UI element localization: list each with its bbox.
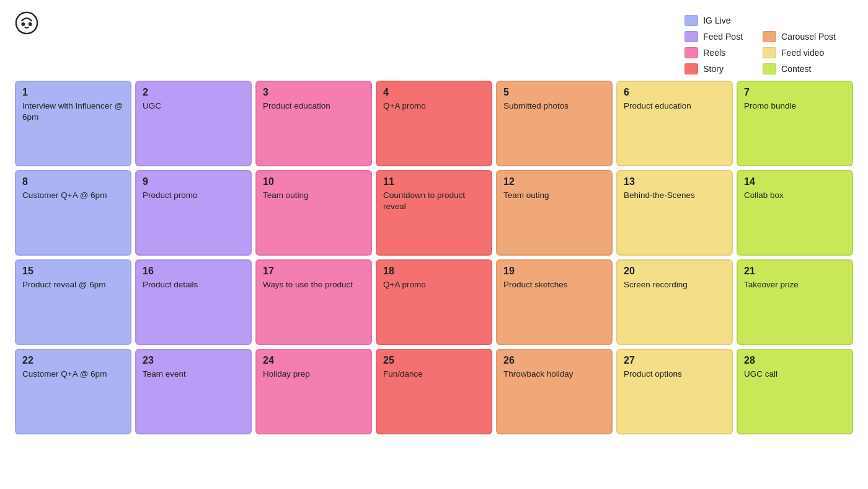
calendar-day-21: 21Takeover prize <box>737 259 853 345</box>
calendar-day-11: 11Countdown to product reveal <box>376 170 492 256</box>
calendar-grid: 1Interview with Influencer @ 6pm2UGC3Pro… <box>15 81 853 434</box>
day-number: 20 <box>624 266 725 277</box>
day-number: 21 <box>744 266 846 277</box>
day-number: 22 <box>22 355 124 366</box>
calendar-day-16: 16Product details <box>135 259 252 345</box>
calendar-day-7: 7Promo bundle <box>737 81 853 166</box>
legend-item-contest: Contest <box>763 63 836 74</box>
day-number: 25 <box>383 355 485 366</box>
day-number: 7 <box>744 87 846 98</box>
day-content: Customer Q+A @ 6pm <box>22 190 124 201</box>
day-content: UGC <box>143 101 244 112</box>
day-number: 24 <box>263 355 365 366</box>
svg-point-0 <box>16 12 37 34</box>
calendar-day-2: 2UGC <box>135 81 252 166</box>
day-number: 23 <box>143 355 244 366</box>
day-content: Countdown to product reveal <box>383 190 485 212</box>
day-number: 15 <box>22 266 124 277</box>
day-content: Team outing <box>263 190 365 201</box>
day-content: Product reveal @ 6pm <box>22 279 124 290</box>
day-content: Submitted photos <box>503 101 605 112</box>
logo-title <box>15 11 43 36</box>
calendar-day-24: 24Holiday prep <box>255 349 372 434</box>
day-content: Q+A promo <box>383 101 485 112</box>
day-content: Customer Q+A @ 6pm <box>22 369 124 380</box>
day-content: Product education <box>263 101 365 112</box>
day-content: UGC call <box>744 369 846 380</box>
day-number: 27 <box>624 355 725 366</box>
calendar-day-22: 22Customer Q+A @ 6pm <box>15 349 131 434</box>
day-content: Screen recording <box>624 279 725 290</box>
calendar-day-28: 28UGC call <box>737 349 853 434</box>
day-content: Promo bundle <box>744 101 846 112</box>
day-content: Q+A promo <box>383 279 485 290</box>
day-content: Holiday prep <box>263 369 365 380</box>
legend-item-reels: Reels <box>684 47 743 58</box>
day-number: 19 <box>503 266 605 277</box>
day-content: Ways to use the product <box>263 279 365 290</box>
calendar-day-8: 8Customer Q+A @ 6pm <box>15 170 131 256</box>
calendar-day-9: 9Product promo <box>135 170 252 256</box>
calendar-day-17: 17Ways to use the product <box>255 259 372 345</box>
calendar-day-4: 4Q+A promo <box>376 81 492 166</box>
day-number: 8 <box>22 176 124 187</box>
calendar-day-19: 19Product sketches <box>496 259 613 345</box>
day-content: Takeover prize <box>744 279 846 290</box>
day-number: 5 <box>503 87 605 98</box>
day-number: 3 <box>263 87 365 98</box>
day-number: 1 <box>22 87 124 98</box>
day-content: Product sketches <box>503 279 605 290</box>
calendar-day-1: 1Interview with Influencer @ 6pm <box>15 81 131 166</box>
calendar-day-12: 12Team outing <box>496 170 613 256</box>
day-number: 10 <box>263 176 365 187</box>
day-number: 28 <box>744 355 846 366</box>
calendar-day-18: 18Q+A promo <box>376 259 492 345</box>
day-number: 26 <box>503 355 605 366</box>
calendar-day-10: 10Team outing <box>255 170 372 256</box>
manychat-logo-icon <box>15 11 38 35</box>
calendar-day-6: 6Product education <box>616 81 733 166</box>
day-content: Product promo <box>143 190 244 201</box>
day-content: Fun/dance <box>383 369 485 380</box>
calendar-day-5: 5Submitted photos <box>496 81 613 166</box>
day-number: 9 <box>143 176 244 187</box>
day-number: 17 <box>263 266 365 277</box>
day-number: 18 <box>383 266 485 277</box>
day-number: 2 <box>143 87 244 98</box>
calendar-day-3: 3Product education <box>255 81 372 166</box>
calendar-day-14: 14Collab box <box>737 170 853 256</box>
day-content: Collab box <box>744 190 846 201</box>
legend: IG LiveFeed PostCarousel PostReelsFeed v… <box>684 11 853 74</box>
calendar-day-23: 23Team event <box>135 349 252 434</box>
calendar-day-20: 20Screen recording <box>616 259 733 345</box>
day-content: Throwback holiday <box>503 369 605 380</box>
day-content: Team event <box>143 369 244 380</box>
day-number: 4 <box>383 87 485 98</box>
day-number: 6 <box>624 87 725 98</box>
calendar-day-27: 27Product options <box>616 349 733 434</box>
day-content: Product education <box>624 101 725 112</box>
day-number: 14 <box>744 176 846 187</box>
calendar-day-15: 15Product reveal @ 6pm <box>15 259 131 345</box>
calendar-day-26: 26Throwback holiday <box>496 349 613 434</box>
day-content: Product options <box>624 369 725 380</box>
day-number: 16 <box>143 266 244 277</box>
logo-row <box>15 11 43 35</box>
calendar-day-13: 13Behind-the-Scenes <box>616 170 733 256</box>
legend-item-story: Story <box>684 63 743 74</box>
legend-item-feed-video: Feed video <box>763 47 836 58</box>
legend-item-feed-post: Feed Post <box>684 31 743 42</box>
header: IG LiveFeed PostCarousel PostReelsFeed v… <box>15 11 853 74</box>
day-content: Interview with Influencer @ 6pm <box>22 101 124 123</box>
day-content: Behind-the-Scenes <box>624 190 725 201</box>
day-number: 11 <box>383 176 485 187</box>
legend-item-carousel: Carousel Post <box>763 31 836 42</box>
day-number: 12 <box>503 176 605 187</box>
day-content: Team outing <box>503 190 605 201</box>
legend-item-ig-live: IG Live <box>684 15 743 26</box>
calendar-day-25: 25Fun/dance <box>376 349 492 434</box>
day-number: 13 <box>624 176 725 187</box>
day-content: Product details <box>143 279 244 290</box>
svg-point-2 <box>29 22 32 26</box>
svg-point-1 <box>21 22 25 26</box>
